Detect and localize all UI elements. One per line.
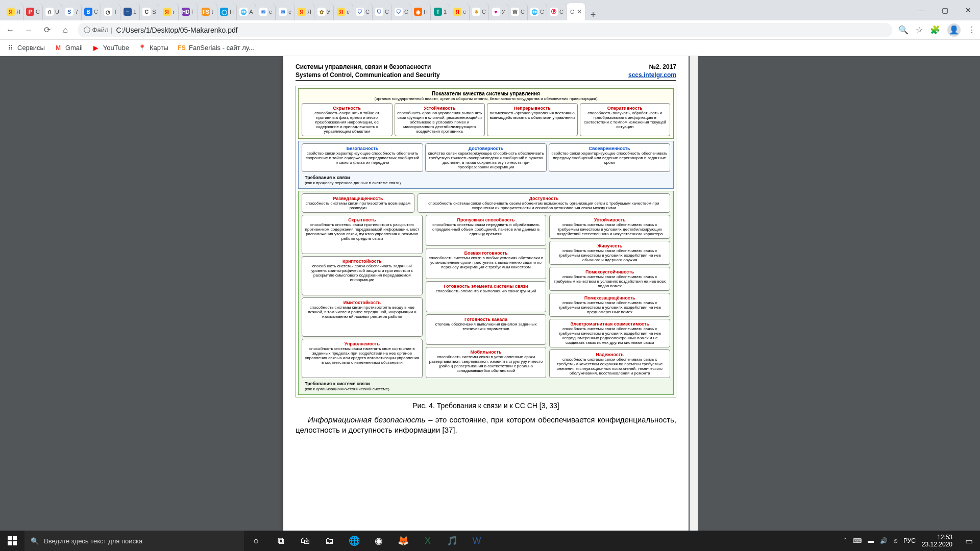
wifi-icon[interactable]: ⎋ bbox=[894, 537, 897, 544]
menu-icon[interactable]: ⋮ bbox=[968, 25, 976, 35]
browser-tab[interactable]: ◔Т bbox=[101, 3, 120, 20]
omnibox[interactable]: ⓘ Файл | C:/Users/1/Desktop/05-Makarenko… bbox=[78, 23, 892, 37]
cell-desc: способность системы связи передавать и о… bbox=[428, 222, 544, 236]
bookmark-label: Карты bbox=[150, 44, 168, 52]
cell-title: Имитостойкость bbox=[304, 300, 420, 305]
cell-desc: возможность органов управления постоянно… bbox=[489, 111, 575, 120]
extensions-icon[interactable]: 🧩 bbox=[930, 25, 940, 35]
minimize-button[interactable]: — bbox=[910, 0, 933, 20]
maximize-button[interactable]: ▢ bbox=[933, 0, 957, 20]
bookmark-icon: ▶ bbox=[92, 44, 100, 52]
excel-icon[interactable]: X bbox=[415, 531, 440, 551]
tab-title: С bbox=[482, 9, 486, 15]
bookmark-label: Сервисы bbox=[17, 44, 45, 52]
profile-avatar[interactable]: 👤 bbox=[947, 23, 961, 37]
browser-tab[interactable]: ⛉С bbox=[373, 3, 392, 20]
new-tab-button[interactable]: + bbox=[586, 10, 600, 20]
cell-desc: способность системы связи обеспечивать с… bbox=[552, 357, 668, 375]
cell-desc: свойство связи характеризующее способнос… bbox=[551, 151, 668, 165]
tab-close-icon[interactable]: ✕ bbox=[577, 8, 582, 15]
favicon: ≡ bbox=[124, 8, 132, 16]
browser-tab[interactable]: ⛉С bbox=[353, 3, 373, 20]
favicon: ✿ bbox=[317, 8, 326, 16]
browser-tab[interactable]: HDГ bbox=[179, 3, 198, 20]
explorer-icon[interactable]: 🗂 bbox=[317, 531, 342, 551]
close-window-button[interactable]: ✕ bbox=[957, 0, 980, 20]
edge-icon[interactable]: 🌐 bbox=[342, 531, 366, 551]
browser-tab[interactable]: ✉c bbox=[276, 3, 295, 20]
bookmark-star-icon[interactable]: ☆ bbox=[916, 25, 923, 35]
start-button[interactable] bbox=[0, 531, 24, 551]
browser-tab[interactable]: ☘С bbox=[470, 3, 489, 20]
browser-tab[interactable]: 🌐А bbox=[237, 3, 256, 20]
diagram-cell: Помехоустойчивостьспособность системы св… bbox=[549, 267, 670, 291]
favicon: ☘ bbox=[472, 8, 480, 16]
taskbar-clock[interactable]: 12:53 23.12.2020 bbox=[922, 534, 952, 548]
tab-title: Н bbox=[424, 9, 428, 15]
bot-req: Требования к системе связи (как к органи… bbox=[302, 380, 670, 392]
cell-desc: свойство связи характеризующее способнос… bbox=[304, 151, 421, 165]
browser-tab[interactable]: ◯Н bbox=[217, 3, 237, 20]
browser-tab[interactable]: ⛉С bbox=[392, 3, 411, 20]
chrome-icon[interactable]: ◉ bbox=[366, 531, 391, 551]
browser-tab[interactable]: ◉Н bbox=[411, 3, 431, 20]
browser-tab[interactable]: CS bbox=[140, 3, 159, 20]
msstore-icon[interactable]: 🛍 bbox=[293, 531, 317, 551]
volume-icon[interactable]: 🔊 bbox=[880, 537, 888, 544]
bookmark-item[interactable]: ⠿Сервисы bbox=[6, 44, 45, 52]
keyboard-icon[interactable]: ⌨ bbox=[853, 537, 862, 544]
browser-tab[interactable]: ✉c bbox=[256, 3, 276, 20]
browser-tab[interactable]: ⎙U bbox=[43, 3, 62, 20]
browser-tab[interactable]: BC bbox=[82, 3, 101, 20]
home-button[interactable]: ⌂ bbox=[59, 24, 71, 36]
favicon: FS bbox=[202, 8, 210, 16]
firefox-icon[interactable]: 🦊 bbox=[391, 531, 415, 551]
bookmark-item[interactable]: ▶YouTube bbox=[92, 44, 129, 52]
bookmark-item[interactable]: 📍Карты bbox=[138, 44, 168, 52]
browser-tab[interactable]: 🌐С bbox=[528, 3, 547, 20]
tab-title: У bbox=[327, 9, 331, 15]
browser-tab[interactable]: FSt bbox=[198, 3, 217, 20]
favicon: P bbox=[26, 8, 34, 16]
forward-button[interactable]: → bbox=[22, 24, 35, 36]
browser-tab[interactable]: S7 bbox=[62, 3, 82, 20]
tab-title: С bbox=[404, 9, 408, 15]
zoom-icon[interactable]: 🔍 bbox=[898, 25, 909, 35]
language-indicator[interactable]: РУС bbox=[903, 537, 916, 544]
browser-tab[interactable]: PС bbox=[23, 3, 43, 20]
browser-tab[interactable]: ⓅС bbox=[547, 3, 567, 20]
bookmark-item[interactable]: FSFanSerials - сайт лу... bbox=[178, 44, 254, 52]
browser-tab-active[interactable]: C✕ bbox=[567, 3, 586, 20]
browser-tab[interactable]: ЯЯ bbox=[295, 3, 314, 20]
taskview-icon[interactable]: ⧉ bbox=[268, 531, 293, 551]
itunes-icon[interactable]: 🎵 bbox=[440, 531, 464, 551]
word-icon[interactable]: W bbox=[464, 531, 489, 551]
cortana-icon[interactable]: ○ bbox=[244, 531, 268, 551]
tab-title: S bbox=[152, 9, 156, 15]
browser-tab[interactable]: Яc bbox=[334, 3, 353, 20]
bookmark-icon: FS bbox=[178, 44, 186, 52]
taskbar-search[interactable]: 🔍 Введите здесь текст для поиска bbox=[24, 531, 244, 551]
cell-desc: способность системы связи в установленны… bbox=[428, 355, 544, 373]
browser-tab[interactable]: ♥У bbox=[489, 3, 508, 20]
browser-tab[interactable]: T1 bbox=[431, 3, 450, 20]
vertical-scrollbar[interactable] bbox=[690, 56, 698, 531]
pdf-viewport[interactable]: Системы управления, связи и безопасности… bbox=[0, 56, 980, 531]
battery-icon[interactable]: ▬ bbox=[868, 537, 874, 544]
system-tray: ˄ ⌨ ▬ 🔊 ⎋ РУС 12:53 23.12.2020 bbox=[839, 534, 958, 548]
browser-tab[interactable]: WС bbox=[508, 3, 528, 20]
browser-tab[interactable]: Яc bbox=[450, 3, 470, 20]
tab-title: 7 bbox=[75, 9, 78, 15]
favicon: Я bbox=[298, 8, 306, 16]
action-center-icon[interactable]: ▭ bbox=[958, 536, 980, 546]
browser-tab[interactable]: Яr bbox=[159, 3, 179, 20]
url-text: C:/Users/1/Desktop/05-Makarenko.pdf bbox=[116, 26, 238, 34]
bookmark-item[interactable]: MGmail bbox=[54, 44, 83, 52]
browser-tab[interactable]: ЯЯ bbox=[4, 3, 23, 20]
reload-button[interactable]: ⟳ bbox=[41, 24, 53, 36]
browser-tab[interactable]: ✿У bbox=[314, 3, 334, 20]
tray-chevron-icon[interactable]: ˄ bbox=[844, 537, 847, 544]
browser-tab[interactable]: ≡1 bbox=[120, 3, 140, 20]
back-button[interactable]: ← bbox=[4, 24, 16, 36]
cell-title: Устойчивость bbox=[552, 217, 668, 222]
